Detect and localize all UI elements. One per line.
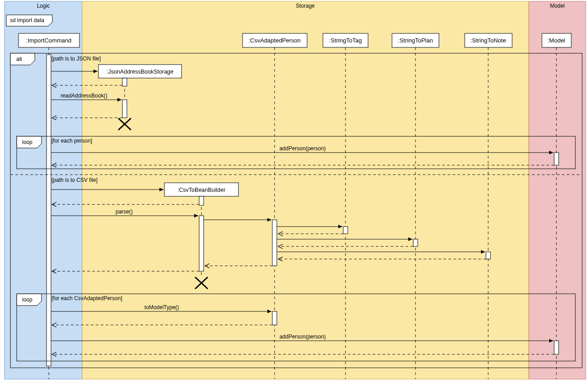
svg-text::StringToNote: :StringToNote <box>471 37 506 44</box>
activation-import-command <box>47 55 51 366</box>
guard-json: [path is to JSON file] <box>51 56 101 62</box>
svg-text:loop: loop <box>22 139 33 145</box>
activation-model-1 <box>554 153 559 165</box>
msg-add-person-2-label: addPerson(person) <box>280 334 326 340</box>
sd-frame-tab: sd import data <box>6 15 52 26</box>
svg-text::StringToTag: :StringToTag <box>329 37 362 44</box>
region-storage-label: Storage <box>296 3 315 9</box>
activation-json-storage-1 <box>122 78 127 86</box>
guard-each-csv: [for each CsvAdaptedPerson] <box>51 295 122 301</box>
activation-json-storage-2 <box>122 100 127 118</box>
activation-csv-builder-1 <box>199 196 204 205</box>
sd-title: sd import data <box>10 17 44 23</box>
activation-note <box>486 252 490 259</box>
activation-model-2 <box>554 341 559 354</box>
msg-parse-label: parse() <box>116 209 133 215</box>
activation-adapted-to-model <box>272 311 277 325</box>
region-logic-label: Logic <box>37 3 50 9</box>
msg-read-address-book-label: readAddressBook() <box>61 93 107 99</box>
activation-plan <box>413 239 418 246</box>
activation-tag <box>343 227 348 234</box>
svg-text:alt: alt <box>16 56 22 62</box>
svg-text::JsonAddressBookStorage: :JsonAddressBookStorage <box>107 69 173 75</box>
msg-to-model-type-label: toModelType() <box>145 304 179 310</box>
svg-marker-20 <box>10 53 35 65</box>
sequence-diagram: Logic Storage Model sd import data :Impo… <box>0 0 588 380</box>
svg-text::ImportCommand: :ImportCommand <box>26 37 71 44</box>
region-model-label: Model <box>550 3 565 9</box>
region-model <box>529 1 586 379</box>
msg-add-person-1-label: addPerson(person) <box>280 145 326 152</box>
svg-text::CsvToBeanBuilder: :CsvToBeanBuilder <box>177 187 225 193</box>
activation-adapted-parse <box>272 220 277 266</box>
guard-each-person: [for each person] <box>51 138 92 144</box>
region-storage <box>82 1 529 379</box>
guard-csv: [path is to CSV file] <box>51 177 98 183</box>
svg-text::CsvAdaptedPerson: :CsvAdaptedPerson <box>248 37 301 44</box>
svg-text::Model: :Model <box>547 37 565 44</box>
svg-text:loop: loop <box>22 297 33 303</box>
activation-csv-builder-2 <box>199 216 204 271</box>
svg-text::StringToPlan: :StringToPlan <box>398 37 433 44</box>
